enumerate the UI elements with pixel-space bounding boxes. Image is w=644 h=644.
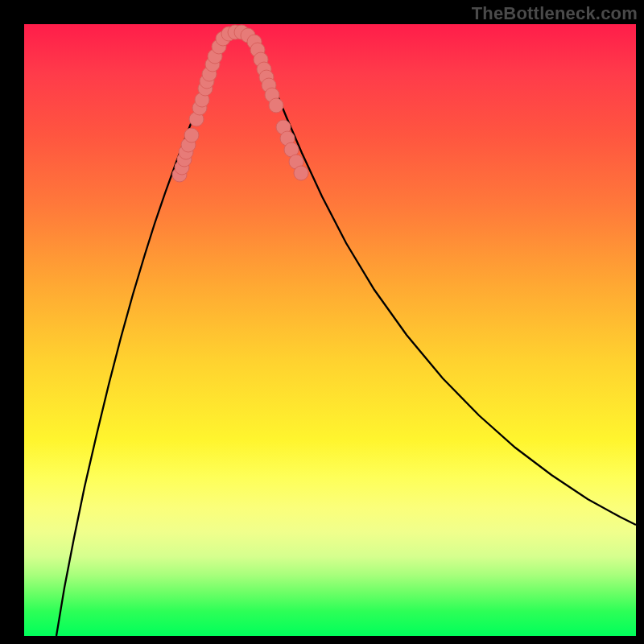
curve-group [56, 30, 636, 636]
data-dot [269, 98, 283, 113]
dots-group [172, 25, 308, 182]
data-dot [294, 166, 308, 180]
frame: TheBottleneck.com [0, 0, 644, 644]
bottleneck-curve [56, 30, 636, 636]
watermark-text: TheBottleneck.com [472, 3, 638, 24]
data-dot [184, 128, 199, 142]
plot-area [24, 24, 636, 636]
chart-svg [24, 24, 636, 636]
